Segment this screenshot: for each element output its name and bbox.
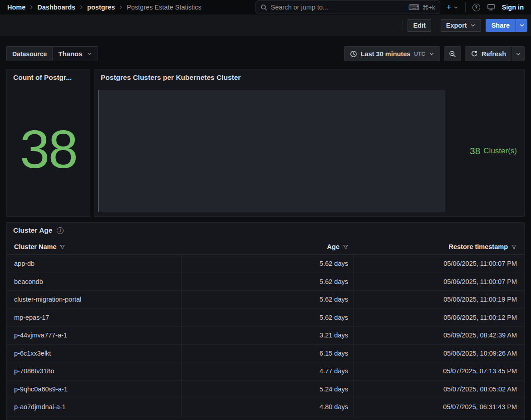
column-label: Restore timestamp: [448, 243, 508, 250]
chevron-down-icon: [470, 23, 476, 28]
timezone-label: UTC: [414, 51, 425, 57]
cell-age: 5.62 days: [182, 309, 354, 327]
cell-age: 5.62 days: [182, 255, 354, 273]
filter-icon[interactable]: [59, 244, 65, 250]
chevron-down-icon: [519, 23, 525, 28]
column-header-age[interactable]: Age: [182, 243, 354, 250]
table-header-row: Cluster Name Age Restore timestamp: [7, 239, 524, 255]
datasource-select[interactable]: Thanos: [53, 46, 98, 61]
share-dropdown-button[interactable]: [516, 19, 527, 32]
cell-age: 3.21 days: [182, 327, 354, 344]
cluster-age-panel: Cluster Age i Cluster Name Age: [6, 222, 525, 420]
cell-age: 5.24 days: [182, 381, 354, 398]
cell-restore-timestamp: 05/06/2025, 10:09:26 AM: [354, 345, 524, 362]
refresh-icon: [471, 50, 478, 58]
plus-icon: +: [447, 3, 452, 11]
filter-icon[interactable]: [511, 244, 517, 250]
keyboard-icon: ⌨: [408, 4, 420, 11]
dashboard-toolbar: Edit Export Share: [0, 15, 531, 36]
table-row[interactable]: app-db 5.62 days 05/06/2025, 11:00:07 PM: [7, 255, 524, 273]
chevron-right-icon: [79, 5, 84, 10]
panel-title[interactable]: Postgres Clusters per Kubernetes Cluster: [94, 69, 524, 82]
cluster-age-title[interactable]: Cluster Age: [13, 226, 52, 234]
add-new-button[interactable]: +: [447, 4, 458, 11]
cell-cluster-name: beacondb: [7, 273, 182, 291]
cell-restore-timestamp: 05/06/2025, 11:00:19 PM: [354, 291, 524, 308]
search-box[interactable]: ⌨ ⌘+k: [256, 0, 440, 14]
table-row[interactable]: p-9qhc0a60s9-a-1 5.24 days 05/07/2025, 0…: [7, 381, 524, 399]
edit-button[interactable]: Edit: [408, 19, 431, 32]
sign-in-button[interactable]: Sign in: [502, 4, 524, 11]
cell-cluster-name: p-7086tv318o: [7, 362, 182, 380]
chevron-right-icon: [118, 5, 123, 10]
refresh-button-group: Refresh: [465, 46, 525, 61]
refresh-button[interactable]: Refresh: [465, 47, 511, 61]
share-button[interactable]: Share: [486, 19, 516, 32]
table-row[interactable]: p-7086tv318o 4.77 days 05/07/2025, 07:13…: [7, 362, 524, 381]
datasource-value: Thanos: [58, 50, 82, 58]
count-stat-panel: Count of Postgr... 38: [6, 69, 90, 217]
top-nav-bar: Home Dashboards postgres Postgres Estate…: [0, 0, 531, 15]
cluster-age-table-body: app-db 5.62 days 05/06/2025, 11:00:07 PM…: [7, 255, 524, 416]
monitor-icon[interactable]: [487, 3, 495, 11]
toolbar-divider: [436, 20, 436, 31]
search-input[interactable]: [271, 4, 405, 11]
share-button-group: Share: [486, 19, 527, 32]
time-controls: Last 30 minutes UTC Refresh: [344, 46, 525, 61]
cell-cluster-name: app-db: [7, 255, 182, 273]
chevron-down-icon: [516, 51, 521, 57]
export-label: Export: [446, 22, 467, 29]
cell-age: 5.62 days: [182, 291, 354, 308]
panel-title[interactable]: Count of Postgr...: [7, 69, 90, 82]
table-row[interactable]: beacondb 5.62 days 05/06/2025, 11:00:07 …: [7, 273, 524, 291]
export-button[interactable]: Export: [441, 19, 481, 32]
table-row[interactable]: mp-epas-17 5.62 days 05/06/2025, 11:00:1…: [7, 309, 524, 327]
dashboard-content: Datasource Thanos Last 30 minutes UTC: [0, 36, 531, 420]
toolbar-divider: [403, 20, 403, 31]
breadcrumb-dashboards[interactable]: Dashboards: [37, 4, 75, 11]
chart-plot-area[interactable]: [98, 90, 445, 212]
table-row[interactable]: p-44vjmva777-a-1 3.21 days 05/09/2025, 0…: [7, 327, 524, 345]
cell-restore-timestamp: 05/06/2025, 11:00:07 PM: [354, 273, 524, 291]
legend-value: 38: [470, 146, 480, 156]
stat-value: 38: [20, 122, 77, 176]
cell-restore-timestamp: 05/07/2025, 06:31:43 PM: [354, 398, 524, 416]
cell-cluster-name: cluster-migration-portal: [7, 291, 182, 308]
breadcrumb-home[interactable]: Home: [7, 4, 25, 11]
search-shortcut: ⌨ ⌘+k: [408, 4, 435, 11]
dashboard-controls-row: Datasource Thanos Last 30 minutes UTC: [6, 46, 525, 61]
datasource-label: Datasource: [6, 46, 53, 61]
search-icon: [261, 4, 267, 11]
table-row[interactable]: p-ao7djmdnai-a-1 4.80 days 05/07/2025, 0…: [7, 398, 524, 416]
cell-cluster-name: p-ao7djmdnai-a-1: [7, 398, 182, 416]
stat-value-wrap: 38: [7, 82, 90, 216]
column-header-cluster-name[interactable]: Cluster Name: [7, 243, 182, 250]
legend-label: Cluster(s): [483, 147, 517, 156]
cell-cluster-name: p-9qhc0a60s9-a-1: [7, 381, 182, 398]
cell-age: 5.62 days: [182, 273, 354, 291]
cell-age: 4.80 days: [182, 398, 354, 416]
column-label: Cluster Name: [14, 243, 56, 250]
refresh-interval-dropdown[interactable]: [511, 47, 524, 61]
column-label: Age: [327, 243, 339, 250]
shortcut-label: ⌘+k: [422, 4, 435, 11]
topnav-divider: [465, 2, 466, 12]
column-header-restore-timestamp[interactable]: Restore timestamp: [354, 243, 524, 250]
breadcrumb-postgres[interactable]: postgres: [87, 4, 115, 11]
cell-restore-timestamp: 05/09/2025, 08:42:39 AM: [354, 327, 524, 344]
cell-age: 6.15 days: [182, 345, 354, 362]
help-icon[interactable]: ?: [472, 4, 480, 11]
cell-restore-timestamp: 05/07/2025, 08:05:02 AM: [354, 381, 524, 398]
info-icon[interactable]: i: [57, 227, 64, 234]
topnav-right-group: + ? Sign in: [447, 2, 524, 12]
chart-legend[interactable]: 38 Cluster(s): [470, 90, 517, 212]
filter-icon[interactable]: [343, 244, 349, 250]
table-row[interactable]: cluster-migration-portal 5.62 days 05/06…: [7, 291, 524, 309]
time-range-picker[interactable]: Last 30 minutes UTC: [344, 46, 440, 61]
zoom-out-time-button[interactable]: [444, 46, 461, 61]
time-range-label: Last 30 minutes: [361, 50, 411, 58]
breadcrumb: Home Dashboards postgres Postgres Estate…: [7, 4, 249, 11]
chevron-down-icon: [87, 51, 92, 56]
table-row[interactable]: p-6c1xx3elkt 6.15 days 05/06/2025, 10:09…: [7, 345, 524, 363]
clock-icon: [350, 50, 357, 58]
